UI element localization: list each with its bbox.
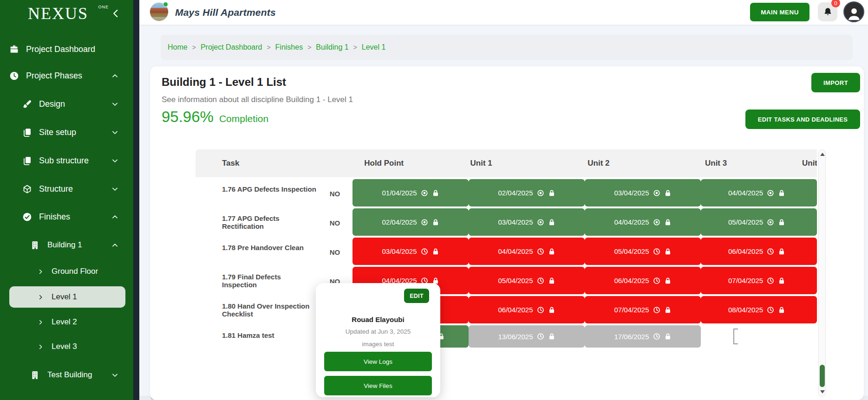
sidebar-collapse-button[interactable]: [110, 7, 122, 19]
sidebar-divider-strip: [133, 0, 139, 400]
user-avatar[interactable]: [843, 1, 864, 22]
task-detail-popup: EDIT Rouad Elayoubi Updated at Jun 3, 20…: [316, 283, 440, 397]
sidebar-item-site-setup[interactable]: Site setup: [9, 122, 125, 143]
lock-icon: [778, 306, 785, 314]
vertical-scrollbar-thumb[interactable]: [820, 365, 825, 387]
unit-date-cell[interactable]: 07/04/2025: [701, 267, 817, 294]
unit-date-cell[interactable]: 13/06/2025: [469, 325, 585, 348]
popup-updated-at: Updated at Jun 3, 2025: [316, 328, 440, 335]
column-header-unit-1: Unit 1: [423, 149, 540, 177]
unit-date-cell[interactable]: 06/04/2025: [469, 296, 585, 323]
unit-date-cell[interactable]: 06/04/2025: [585, 267, 701, 294]
tasks-table: TaskHold PointUnit 1Unit 2Unit 3Unit 41.…: [196, 149, 817, 349]
sidebar-item-design[interactable]: Design: [9, 93, 125, 115]
unit-column: 05/04/2025: [469, 267, 585, 296]
unit-column: 07/04/2025: [701, 267, 817, 296]
unit-date-cell[interactable]: 03/04/2025: [585, 179, 701, 206]
lock-icon: [432, 189, 439, 197]
check-circle-icon: [22, 212, 32, 222]
table-vertical-scrollbar[interactable]: [818, 149, 826, 397]
unit-date-cell[interactable]: 06/04/2025: [701, 238, 817, 265]
task-label: 1.76 APG Defects Inspection: [222, 185, 317, 193]
edit-tasks-and-deadlines-button[interactable]: EDIT TASKS AND DEADLINES: [745, 110, 860, 129]
sidebar-item-building-1[interactable]: Building 1: [9, 234, 125, 256]
target-icon: [421, 219, 428, 226]
unit-date-cell[interactable]: 04/04/2025: [469, 238, 585, 265]
chevron-up-icon[interactable]: [111, 241, 119, 249]
import-button[interactable]: IMPORT: [811, 73, 860, 92]
pages-icon: [22, 128, 32, 137]
sidebar-item-test-building[interactable]: Test Building: [9, 364, 125, 386]
lock-icon: [664, 248, 672, 255]
lock-icon: [548, 248, 555, 255]
scroll-down-button[interactable]: [820, 390, 825, 394]
sidebar-item-finishes[interactable]: Finishes: [9, 206, 125, 227]
unit-column: 13/06/2025: [469, 325, 585, 349]
table-row: 1.76 APG Defects InspectionNO01/04/20250…: [196, 179, 817, 208]
chevron-right-icon: [37, 319, 44, 326]
sidebar-item-level-1[interactable]: Level 1: [9, 286, 125, 308]
sidebar-item-structure[interactable]: Structure: [9, 178, 125, 200]
lock-icon: [664, 333, 672, 340]
breadcrumb-link-building-1[interactable]: Building 1: [316, 43, 348, 52]
breadcrumb: Home>Project Dashboard>Finishes>Building…: [161, 35, 853, 60]
task-cell: 1.78 Pre Handover Clean: [196, 238, 317, 267]
chevron-down-icon[interactable]: [111, 129, 119, 136]
unit-date-cell[interactable]: 02/04/2025: [352, 208, 469, 236]
sidebar-item-project-phases[interactable]: Project Phases: [9, 65, 125, 86]
sidebar-item-label: Finishes: [39, 212, 70, 222]
chevron-up-icon[interactable]: [111, 213, 119, 221]
unit-date-cell[interactable]: 05/04/2025: [469, 267, 585, 294]
chevron-right-icon: [37, 268, 44, 275]
sidebar-item-sub-structure[interactable]: Sub structure: [9, 150, 125, 171]
unit-date-cell[interactable]: 07/04/2025: [585, 296, 701, 323]
unit-date-cell[interactable]: 03/04/2025: [352, 238, 469, 265]
chevron-down-icon[interactable]: [111, 157, 119, 165]
unit-column: 02/04/2025: [469, 179, 585, 208]
breadcrumb-link-level-1[interactable]: Level 1: [362, 43, 386, 52]
sidebar-item-project-dashboard[interactable]: Project Dashboard: [9, 39, 125, 60]
task-label: 1.80 Hand Over Inspection Checklist: [222, 302, 317, 318]
chevron-right-icon: [37, 343, 44, 350]
view-logs-button[interactable]: View Logs: [324, 352, 432, 371]
sidebar-item-level-2[interactable]: Level 2: [9, 311, 125, 333]
task-cell: 1.80 Hand Over Inspection Checklist: [196, 296, 317, 325]
breadcrumb-link-finishes[interactable]: Finishes: [275, 43, 303, 52]
unit-column: 06/04/2025: [585, 267, 701, 296]
unit-date-cell[interactable]: 01/04/2025: [352, 179, 469, 206]
sidebar-item-label: Sub structure: [39, 156, 89, 166]
unit-date-cell[interactable]: 05/04/2025: [585, 238, 701, 265]
unit-column: 17/06/2025: [585, 325, 701, 349]
sidebar-item-label: Building 1: [47, 240, 82, 250]
unit-date-cell[interactable]: 03/04/2025: [469, 208, 585, 236]
unit-date-cell[interactable]: 08/04/2025: [701, 296, 817, 323]
chevron-down-icon[interactable]: [111, 100, 119, 108]
main-menu-button[interactable]: MAIN MENU: [750, 3, 809, 21]
sidebar-item-ground-floor[interactable]: Ground Floor: [9, 261, 125, 282]
unit-date-cell[interactable]: 04/04/2025: [701, 179, 817, 206]
view-files-button[interactable]: View Files: [324, 376, 432, 395]
breadcrumb-separator: >: [192, 44, 196, 51]
cell-date: 06/04/2025: [614, 277, 649, 284]
chevron-down-icon[interactable]: [111, 371, 119, 379]
scroll-up-button[interactable]: [820, 153, 825, 156]
briefcase-icon: [9, 45, 19, 54]
breadcrumb-separator: >: [353, 44, 357, 51]
breadcrumb-link-home[interactable]: Home: [168, 43, 188, 52]
cell-date: 04/04/2025: [728, 189, 763, 197]
sidebar-item-level-3[interactable]: Level 3: [9, 336, 125, 357]
task-label: 1.78 Pre Handover Clean: [222, 244, 317, 252]
completion-value: 95.96%: [162, 108, 214, 126]
breadcrumb-link-project-dashboard[interactable]: Project Dashboard: [201, 43, 262, 52]
edit-button[interactable]: EDIT: [404, 289, 429, 303]
task-label: 1.79 Final Defects Inspection: [222, 273, 317, 289]
unit-date-cell[interactable]: 02/04/2025: [469, 179, 585, 206]
cell-date: 07/04/2025: [728, 277, 763, 284]
chevron-up-icon[interactable]: [111, 72, 119, 80]
unit-date-cell[interactable]: 17/06/2025: [585, 325, 701, 348]
chevron-down-icon[interactable]: [111, 185, 119, 193]
popup-user-name: Rouad Elayoubi: [316, 316, 440, 323]
unit-date-cell[interactable]: 04/04/2025: [585, 208, 701, 236]
cell-date: 17/06/2025: [614, 333, 649, 341]
unit-date-cell[interactable]: 05/04/2025: [701, 208, 817, 236]
